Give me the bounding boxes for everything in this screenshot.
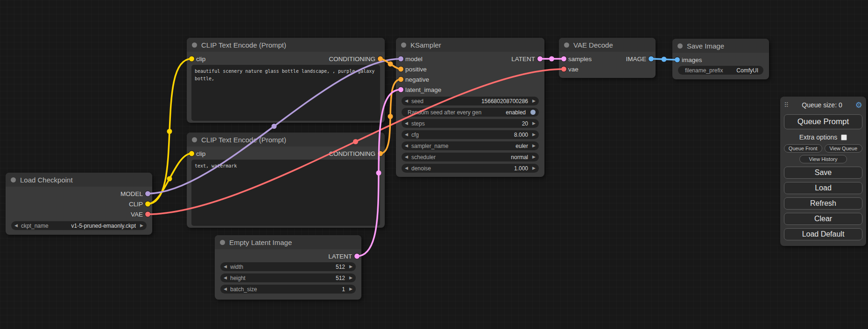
vae-output-port[interactable] <box>145 212 150 217</box>
node-graph-canvas[interactable]: Load Checkpoint MODEL CLIP VAE ◀ ckpt_na… <box>0 0 868 329</box>
latent-output-port[interactable] <box>354 254 360 259</box>
increment-arrow-icon[interactable]: ▶ <box>530 97 536 105</box>
decrement-arrow-icon[interactable]: ◀ <box>14 221 20 230</box>
seed-widget[interactable]: ◀ seed 156680208700286 ▶ <box>402 97 539 105</box>
increment-arrow-icon[interactable]: ▶ <box>530 141 536 150</box>
images-input-port[interactable] <box>675 57 680 63</box>
samples-input-port[interactable] <box>561 56 566 62</box>
node-clip-text-encode-positive[interactable]: CLIP Text Encode (Prompt) clip CONDITION… <box>187 38 385 123</box>
steps-widget[interactable]: ◀ steps 20 ▶ <box>402 119 539 128</box>
increment-arrow-icon[interactable]: ▶ <box>347 262 353 271</box>
node-title-bar[interactable]: Load Checkpoint <box>6 173 152 187</box>
height-widget[interactable]: ◀ height 512 ▶ <box>220 273 356 282</box>
widget-label: filename_prefix <box>685 67 723 74</box>
node-collapse-dot-icon[interactable] <box>401 42 406 48</box>
increment-arrow-icon[interactable]: ▶ <box>530 153 536 161</box>
slot-row: positive <box>396 64 544 74</box>
negative-input-port[interactable] <box>398 77 403 82</box>
increment-arrow-icon[interactable]: ▶ <box>530 130 536 139</box>
image-output-port[interactable] <box>649 56 654 62</box>
node-title-bar[interactable]: VAE Decode <box>559 38 656 52</box>
drag-handle-icon[interactable]: ⠿ <box>784 101 789 109</box>
denoise-widget[interactable]: ◀ denoise 1.000 ▶ <box>402 164 539 173</box>
node-vae-decode[interactable]: VAE Decode samples IMAGE vae <box>559 38 656 78</box>
wire-clip-to-negative-encode <box>148 154 191 204</box>
node-title: Empty Latent Image <box>229 238 292 246</box>
widget-label: height <box>230 275 246 281</box>
positive-input-port[interactable] <box>398 67 403 72</box>
queue-front-button[interactable]: Queue Front <box>784 144 822 153</box>
node-clip-text-encode-negative[interactable]: CLIP Text Encode (Prompt) clip CONDITION… <box>187 133 385 228</box>
node-title-bar[interactable]: KSampler <box>396 38 544 52</box>
increment-arrow-icon[interactable]: ▶ <box>138 221 143 230</box>
node-save-image[interactable]: Save Image images filename_prefix ComfyU… <box>672 39 769 79</box>
decrement-arrow-icon[interactable]: ◀ <box>405 130 410 139</box>
decrement-arrow-icon[interactable]: ◀ <box>224 285 229 294</box>
clip-output-port[interactable] <box>145 202 150 207</box>
node-collapse-dot-icon[interactable] <box>677 43 683 49</box>
node-ksampler[interactable]: KSampler model LATENT positive negative … <box>396 38 544 177</box>
decrement-arrow-icon[interactable]: ◀ <box>405 97 410 105</box>
decrement-arrow-icon[interactable]: ◀ <box>224 273 229 282</box>
conditioning-output-port[interactable] <box>378 56 383 62</box>
view-queue-button[interactable]: View Queue <box>825 144 863 153</box>
load-button[interactable]: Load <box>784 182 862 194</box>
scheduler-widget[interactable]: ◀ scheduler normal ▶ <box>402 153 539 161</box>
filename-prefix-widget[interactable]: filename_prefix ComfyUI <box>678 66 763 75</box>
increment-arrow-icon[interactable]: ▶ <box>530 164 536 173</box>
batch-size-widget[interactable]: ◀ batch_size 1 ▶ <box>220 285 356 294</box>
vae-input-port[interactable] <box>561 67 566 72</box>
slot-row: MODEL <box>6 189 152 199</box>
node-collapse-dot-icon[interactable] <box>192 42 197 48</box>
increment-arrow-icon[interactable]: ▶ <box>530 119 536 128</box>
latent-output-port[interactable] <box>537 56 543 62</box>
ckpt-name-widget[interactable]: ◀ ckpt_name v1-5-pruned-emaonly.ckpt ▶ <box>11 221 147 230</box>
link-midpoint-dot <box>272 124 277 129</box>
save-button[interactable]: Save <box>784 167 862 179</box>
link-midpoint-dot <box>388 114 393 119</box>
model-output-port[interactable] <box>145 191 150 196</box>
decrement-arrow-icon[interactable]: ◀ <box>224 262 229 271</box>
clear-button[interactable]: Clear <box>784 213 862 225</box>
clip-input-port[interactable] <box>189 56 194 62</box>
node-collapse-dot-icon[interactable] <box>220 240 225 245</box>
toggle-knob-icon[interactable] <box>530 110 536 115</box>
latent-image-input-port[interactable] <box>398 87 403 92</box>
slot-row: samples IMAGE <box>559 54 656 64</box>
positive-prompt-textarea[interactable]: beautiful scenery nature glass bottle la… <box>191 65 380 121</box>
negative-prompt-textarea[interactable]: text, watermark <box>191 160 380 226</box>
conditioning-output-port[interactable] <box>378 151 383 156</box>
clip-input-port[interactable] <box>189 151 194 156</box>
node-collapse-dot-icon[interactable] <box>192 137 197 142</box>
view-history-button[interactable]: View History <box>799 155 847 163</box>
node-title-bar[interactable]: Save Image <box>672 39 769 53</box>
node-title: Load Checkpoint <box>20 176 73 184</box>
random-seed-toggle-widget[interactable]: Random seed after every gen enabled <box>402 108 539 117</box>
increment-arrow-icon[interactable]: ▶ <box>347 285 353 294</box>
widget-label: denoise <box>411 165 431 172</box>
load-default-button[interactable]: Load Default <box>784 228 862 240</box>
slot-row: clip CONDITIONING <box>187 148 385 159</box>
cfg-widget[interactable]: ◀ cfg 8.000 ▶ <box>402 130 539 139</box>
sampler-name-widget[interactable]: ◀ sampler_name euler ▶ <box>402 141 539 150</box>
menu-header: ⠿ Queue size: 0 ⚙ <box>784 99 862 111</box>
node-collapse-dot-icon[interactable] <box>564 42 569 48</box>
refresh-button[interactable]: Refresh <box>784 197 862 210</box>
node-empty-latent-image[interactable]: Empty Latent Image LATENT ◀ width 512 ▶ … <box>215 235 361 300</box>
node-title-bar[interactable]: CLIP Text Encode (Prompt) <box>187 133 385 147</box>
slot-row: CLIP <box>6 199 152 209</box>
node-title-bar[interactable]: CLIP Text Encode (Prompt) <box>187 38 385 52</box>
node-load-checkpoint[interactable]: Load Checkpoint MODEL CLIP VAE ◀ ckpt_na… <box>6 173 152 235</box>
decrement-arrow-icon[interactable]: ◀ <box>405 119 410 128</box>
decrement-arrow-icon[interactable]: ◀ <box>405 141 410 150</box>
node-collapse-dot-icon[interactable] <box>11 177 16 182</box>
extra-options-checkbox[interactable] <box>841 134 847 140</box>
decrement-arrow-icon[interactable]: ◀ <box>405 164 410 173</box>
node-title-bar[interactable]: Empty Latent Image <box>215 235 361 249</box>
model-input-port[interactable] <box>398 56 403 62</box>
decrement-arrow-icon[interactable]: ◀ <box>405 153 410 161</box>
increment-arrow-icon[interactable]: ▶ <box>347 273 353 282</box>
width-widget[interactable]: ◀ width 512 ▶ <box>220 262 356 271</box>
queue-prompt-button[interactable]: Queue Prompt <box>784 114 862 129</box>
settings-gear-icon[interactable]: ⚙ <box>855 101 862 109</box>
